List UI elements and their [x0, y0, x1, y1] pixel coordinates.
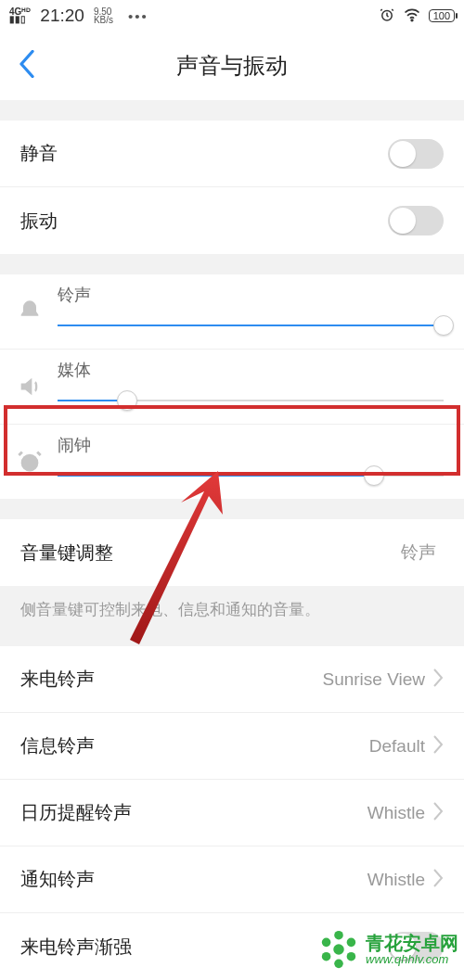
notify-ringtone-row[interactable]: 通知铃声 Whistle [0, 846, 464, 913]
chevron-right-icon [432, 735, 444, 757]
section-gap [0, 499, 464, 519]
battery-value: 100 [433, 10, 450, 21]
header: 声音与振动 [0, 32, 464, 100]
network-indicator: 4Gᴴᴰ ▮▮▯ [9, 8, 31, 23]
svg-point-5 [347, 938, 356, 948]
chevron-right-icon [432, 668, 444, 691]
wifi-icon [403, 6, 421, 27]
alarm-slider[interactable] [58, 465, 444, 486]
row-label: 信息铃声 [20, 733, 369, 758]
ringtone-slider[interactable] [58, 315, 444, 336]
section-gap [0, 620, 464, 646]
media-slider[interactable] [58, 390, 444, 411]
slider-track-fill [58, 475, 374, 477]
media-slider-row: 媒体 [0, 350, 464, 425]
clock: 21:20 [40, 6, 84, 26]
bell-icon [15, 297, 45, 326]
alarm-slider-row: 闹钟 [0, 425, 464, 499]
ringtone-slider-label: 铃声 [58, 284, 444, 306]
ringtone-slider-row: 铃声 [0, 274, 464, 350]
svg-point-9 [322, 938, 331, 948]
status-left: 4Gᴴᴰ ▮▮▯ 21:20 9.50 KB/s ••• [9, 6, 148, 26]
volume-key-value: 铃声 [401, 541, 436, 565]
row-value: Sunrise View [322, 669, 425, 690]
svg-point-6 [347, 952, 356, 961]
slider-thumb[interactable] [117, 390, 137, 411]
svg-point-7 [334, 960, 343, 969]
watermark-text: 青花安卓网 www.qhhlv.com [366, 933, 458, 966]
media-slider-label: 媒体 [58, 359, 444, 381]
svg-point-1 [411, 19, 413, 21]
svg-point-8 [322, 952, 331, 961]
watermark-logo-icon [317, 928, 360, 971]
chevron-right-icon [432, 869, 444, 891]
slider-thumb[interactable] [364, 465, 384, 486]
toggle-knob [390, 208, 416, 234]
row-label: 通知铃声 [20, 867, 367, 892]
net-speed: 9.50 KB/s [94, 7, 113, 24]
watermark: 青花安卓网 www.qhhlv.com [317, 928, 458, 971]
back-button[interactable] [13, 50, 41, 78]
svg-point-4 [334, 931, 343, 940]
calendar-ringtone-row[interactable]: 日历提醒铃声 Whistle [0, 780, 464, 846]
section-gap [0, 100, 464, 121]
row-label: 来电铃声 [20, 667, 322, 692]
chevron-left-icon [19, 50, 35, 78]
message-ringtone-row[interactable]: 信息铃声 Default [0, 713, 464, 780]
row-value: Default [369, 736, 425, 757]
row-value: Whistle [367, 803, 425, 823]
toggle-knob [390, 141, 416, 167]
status-right: 100 [379, 6, 455, 27]
slider-thumb[interactable] [433, 315, 454, 336]
speaker-icon [15, 372, 45, 401]
battery-indicator: 100 [429, 9, 455, 22]
volume-key-label: 音量键调整 [20, 541, 401, 566]
mute-label: 静音 [20, 141, 388, 166]
slider-track-fill [58, 325, 444, 326]
alarm-status-icon [379, 6, 395, 26]
vibrate-toggle[interactable] [388, 206, 444, 235]
alarm-icon [15, 447, 45, 477]
volume-key-desc: 侧音量键可控制来电、信息和通知的音量。 [0, 586, 464, 620]
vibrate-row[interactable]: 振动 [0, 187, 464, 254]
watermark-title: 青花安卓网 [366, 933, 458, 953]
more-icon: ••• [128, 8, 148, 24]
mute-row[interactable]: 静音 [0, 121, 464, 187]
incoming-ringtone-row[interactable]: 来电铃声 Sunrise View [0, 646, 464, 713]
speed-unit: KB/s [94, 16, 113, 24]
phone-screen: 4Gᴴᴰ ▮▮▯ 21:20 9.50 KB/s ••• 100 声音与振动 [0, 0, 464, 980]
page-title: 声音与振动 [176, 51, 288, 81]
mute-toggle[interactable] [388, 139, 444, 169]
row-label: 日历提醒铃声 [20, 800, 367, 825]
svg-point-2 [21, 454, 39, 472]
alarm-slider-label: 闹钟 [58, 434, 444, 456]
row-value: Whistle [367, 870, 425, 890]
status-bar: 4Gᴴᴰ ▮▮▯ 21:20 9.50 KB/s ••• 100 [0, 0, 464, 32]
chevron-right-icon [432, 802, 444, 824]
volume-key-row[interactable]: 音量键调整 铃声 [0, 519, 464, 586]
svg-point-3 [333, 944, 344, 955]
vibrate-label: 振动 [20, 209, 388, 234]
section-gap [0, 254, 464, 274]
watermark-url: www.qhhlv.com [366, 953, 458, 966]
signal-bars-icon: ▮▮▯ [9, 16, 31, 23]
